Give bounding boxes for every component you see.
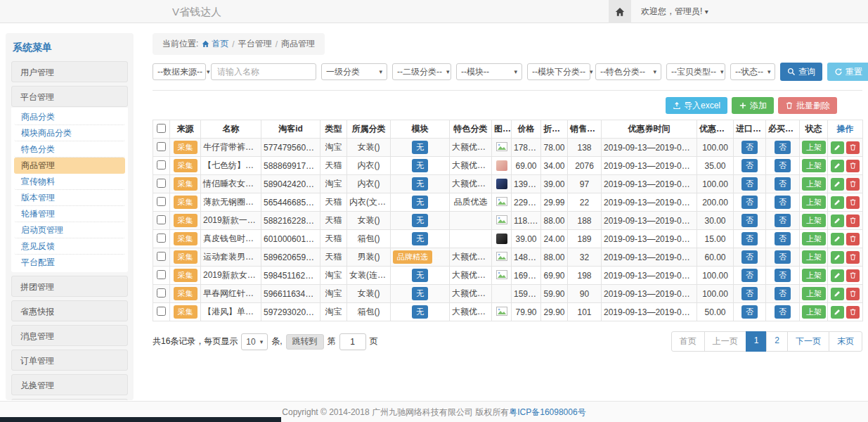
edit-button[interactable] xyxy=(831,215,844,227)
must-buy-toggle[interactable]: 否 xyxy=(775,141,791,154)
status-toggle[interactable]: 上架 xyxy=(802,196,826,209)
search-button[interactable]: 查询 xyxy=(780,63,822,81)
sidebar-item[interactable]: 商品管理 xyxy=(14,158,125,174)
status-toggle[interactable]: 上架 xyxy=(802,159,826,172)
edit-button[interactable] xyxy=(831,269,844,282)
status-toggle[interactable]: 上架 xyxy=(802,214,826,227)
jump-button[interactable]: 跳转到 xyxy=(286,334,324,350)
per-page-select[interactable]: 10 ▾ xyxy=(241,333,268,350)
row-checkbox[interactable] xyxy=(157,142,166,151)
sidebar-group-heading[interactable]: 省惠快报 xyxy=(11,300,128,321)
import-select-toggle[interactable]: 否 xyxy=(741,232,758,245)
batch-delete-button[interactable]: 批量删除 xyxy=(778,97,837,114)
must-buy-toggle[interactable]: 否 xyxy=(775,159,791,172)
breadcrumb-home-link[interactable]: 首页 xyxy=(202,38,228,50)
sidebar-group-heading[interactable]: 拼团管理 xyxy=(11,276,128,297)
row-checkbox[interactable] xyxy=(157,252,166,261)
edit-button[interactable] xyxy=(831,178,844,191)
edit-button[interactable] xyxy=(831,160,844,172)
page-button[interactable]: 上一页 xyxy=(704,331,746,352)
must-buy-toggle[interactable]: 否 xyxy=(775,177,791,191)
page-button[interactable]: 2 xyxy=(766,331,788,352)
status-toggle[interactable]: 上架 xyxy=(802,232,826,245)
import-select-toggle[interactable]: 否 xyxy=(741,196,758,209)
row-checkbox[interactable] xyxy=(157,288,166,298)
status-toggle[interactable]: 上架 xyxy=(802,177,826,191)
edit-button[interactable] xyxy=(831,306,844,319)
must-buy-toggle[interactable]: 否 xyxy=(775,196,791,209)
delete-button[interactable] xyxy=(846,269,860,282)
delete-button[interactable] xyxy=(846,196,860,209)
import-select-toggle[interactable]: 否 xyxy=(741,214,758,227)
must-buy-toggle[interactable]: 否 xyxy=(775,305,791,319)
sidebar-item[interactable]: 版本管理 xyxy=(14,190,125,206)
import-select-toggle[interactable]: 否 xyxy=(741,159,758,172)
edit-button[interactable] xyxy=(831,288,844,300)
sidebar-group-heading[interactable]: 消息管理 xyxy=(11,325,128,346)
delete-button[interactable] xyxy=(846,141,860,154)
sidebar-item[interactable]: 商品分类 xyxy=(14,109,125,125)
filter-select[interactable]: --数据来源--▾ xyxy=(153,63,206,80)
must-buy-toggle[interactable]: 否 xyxy=(775,287,791,300)
breadcrumb-item[interactable]: 平台管理 xyxy=(238,38,272,50)
import-select-toggle[interactable]: 否 xyxy=(741,305,758,319)
filter-select[interactable]: --二级分类--▾ xyxy=(392,63,451,80)
page-number-input[interactable] xyxy=(339,333,366,350)
sidebar-item[interactable]: 意见反馈 xyxy=(14,238,125,255)
must-buy-toggle[interactable]: 否 xyxy=(775,232,791,245)
user-menu[interactable]: 欢迎您，管理员! ▾ xyxy=(631,0,718,23)
page-button[interactable]: 末页 xyxy=(829,331,862,352)
sidebar-item[interactable]: 平台配置 xyxy=(14,255,125,271)
import-excel-button[interactable]: 导入excel xyxy=(666,97,727,114)
must-buy-toggle[interactable]: 否 xyxy=(775,269,791,282)
import-select-toggle[interactable]: 否 xyxy=(741,250,758,264)
delete-button[interactable] xyxy=(846,288,860,300)
edit-button[interactable] xyxy=(831,141,844,154)
delete-button[interactable] xyxy=(846,160,860,172)
filter-select[interactable]: 一级分类▾ xyxy=(321,63,387,80)
status-toggle[interactable]: 上架 xyxy=(802,141,826,154)
delete-button[interactable] xyxy=(846,215,860,227)
filter-select[interactable]: --宝贝类型--▾ xyxy=(666,63,725,80)
page-button[interactable]: 1 xyxy=(746,331,767,352)
import-select-toggle[interactable]: 否 xyxy=(741,287,758,300)
status-toggle[interactable]: 上架 xyxy=(802,269,826,282)
name-search-input[interactable] xyxy=(211,63,316,80)
edit-button[interactable] xyxy=(831,251,844,264)
delete-button[interactable] xyxy=(846,251,860,264)
icp-link[interactable]: 粤ICP备16098006号 xyxy=(509,407,585,417)
page-button[interactable]: 首页 xyxy=(671,331,705,352)
sidebar-group-heading[interactable]: 订单管理 xyxy=(11,350,128,371)
status-toggle[interactable]: 上架 xyxy=(802,305,826,319)
sidebar-item[interactable]: 轮播管理 xyxy=(14,206,125,222)
add-button[interactable]: 添加 xyxy=(732,97,774,114)
sidebar-group-heading[interactable]: 用户管理 xyxy=(11,61,128,82)
page-button[interactable]: 下一页 xyxy=(787,331,829,352)
filter-select[interactable]: --模块下分类--▾ xyxy=(527,63,590,80)
delete-button[interactable] xyxy=(846,306,860,319)
row-checkbox[interactable] xyxy=(157,160,166,170)
row-checkbox[interactable] xyxy=(157,215,166,224)
reset-button[interactable]: 重置 xyxy=(827,63,868,81)
status-toggle[interactable]: 上架 xyxy=(802,250,826,264)
sidebar-item[interactable]: 宣传物料 xyxy=(14,174,125,190)
must-buy-toggle[interactable]: 否 xyxy=(775,250,791,264)
home-button[interactable] xyxy=(609,0,631,23)
row-checkbox[interactable] xyxy=(157,234,166,243)
edit-button[interactable] xyxy=(831,233,844,245)
sidebar-item[interactable]: 启动页管理 xyxy=(14,222,125,238)
filter-select[interactable]: --模块--▾ xyxy=(456,63,522,80)
sidebar-group-heading[interactable]: 平台管理 xyxy=(11,86,128,107)
edit-button[interactable] xyxy=(831,196,844,209)
filter-select[interactable]: --状态--▾ xyxy=(730,63,775,80)
sidebar-group-heading[interactable]: 兑换管理 xyxy=(11,374,128,395)
import-select-toggle[interactable]: 否 xyxy=(741,177,758,191)
import-select-toggle[interactable]: 否 xyxy=(741,141,758,154)
sidebar-item[interactable]: 特色分类 xyxy=(14,141,125,158)
status-toggle[interactable]: 上架 xyxy=(802,287,826,300)
row-checkbox[interactable] xyxy=(157,197,166,206)
delete-button[interactable] xyxy=(846,233,860,245)
row-checkbox[interactable] xyxy=(157,270,166,279)
import-select-toggle[interactable]: 否 xyxy=(741,269,758,282)
select-all-checkbox[interactable] xyxy=(157,124,166,133)
